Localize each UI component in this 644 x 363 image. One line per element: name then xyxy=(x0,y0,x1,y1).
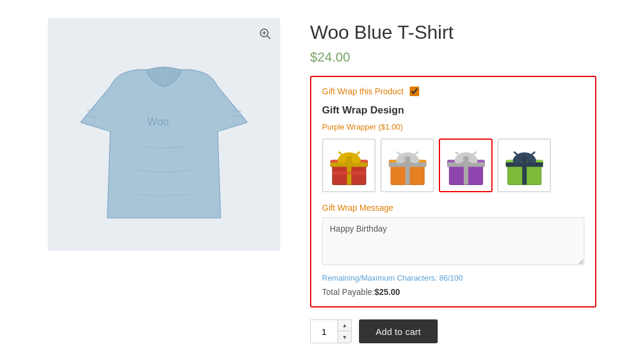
svg-rect-10 xyxy=(330,162,367,167)
product-details-section: Woo Blue T-Shirt $24.00 Gift Wrap this P… xyxy=(310,18,596,343)
gift-message-textarea[interactable]: Happy Birthday xyxy=(322,217,584,265)
add-to-cart-row: ▲ ▼ Add to cart xyxy=(310,319,596,343)
gift-wrap-design-title: Gift Wrap Design xyxy=(322,104,584,116)
char-count: Remaining/Maximum Characters: 86/100 xyxy=(322,273,584,282)
total-payable: Total Payable:$25.00 xyxy=(322,287,584,297)
qty-up-button[interactable]: ▲ xyxy=(338,320,351,331)
svg-point-32 xyxy=(462,156,469,161)
product-price: $24.00 xyxy=(310,50,596,65)
product-image-wrapper: Woo xyxy=(48,18,280,251)
design-option-red[interactable] xyxy=(322,139,376,192)
product-image: Woo xyxy=(80,39,247,230)
design-option-orange[interactable] xyxy=(380,139,434,192)
qty-wrapper: ▲ ▼ xyxy=(310,319,352,343)
qty-arrows: ▲ ▼ xyxy=(338,320,351,343)
svg-line-1 xyxy=(267,36,270,39)
svg-text:Woo: Woo xyxy=(147,116,169,128)
gift-wrap-design-options xyxy=(322,139,584,192)
svg-point-23 xyxy=(404,156,410,161)
gift-wrap-box: Gift Wrap this Product Gift Wrap Design … xyxy=(310,76,596,307)
qty-down-button[interactable]: ▼ xyxy=(338,331,351,343)
gift-wrap-toggle-row: Gift Wrap this Product xyxy=(322,87,584,96)
add-to-cart-button[interactable]: Add to cart xyxy=(359,319,438,343)
gift-message-label: Gift Wrap Message xyxy=(322,203,584,213)
total-payable-label: Total Payable: xyxy=(322,287,374,297)
svg-point-13 xyxy=(345,156,352,161)
qty-input[interactable] xyxy=(311,320,338,343)
svg-rect-14 xyxy=(332,171,366,175)
product-title: Woo Blue T-Shirt xyxy=(310,21,596,44)
gift-wrap-checkbox[interactable] xyxy=(410,87,419,96)
product-image-section: Woo xyxy=(48,18,280,251)
design-option-green[interactable] xyxy=(497,139,551,192)
svg-point-41 xyxy=(521,156,527,161)
total-payable-value: $25.00 xyxy=(374,287,400,297)
svg-rect-38 xyxy=(506,162,543,167)
design-option-purple[interactable] xyxy=(439,139,493,192)
zoom-icon[interactable] xyxy=(256,25,273,42)
svg-rect-29 xyxy=(447,162,484,167)
page-container: Woo Woo Blue T-Shirt $24.00 Gift Wrap th… xyxy=(0,0,644,361)
gift-wrap-selected-option-label: Purple Wrapper ($1.00) xyxy=(322,122,584,131)
svg-rect-20 xyxy=(389,162,426,167)
gift-wrap-toggle-label: Gift Wrap this Product xyxy=(322,87,404,96)
